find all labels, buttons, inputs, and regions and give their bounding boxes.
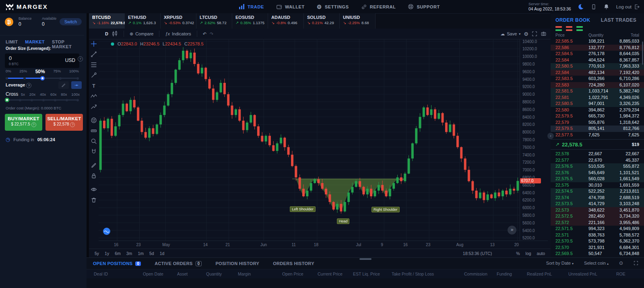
range-6m[interactable]: 6m xyxy=(115,251,121,256)
ticker-uniusd[interactable]: UNIUSD↘-2.25%8.68 xyxy=(340,13,376,29)
orderbook-bid-row[interactable]: 22,571838,7635,788,572 xyxy=(551,232,644,239)
orderbook-ask-row[interactable]: 22,583724,2806,107,020 xyxy=(551,82,644,88)
orderbook-ask-row[interactable]: 22,579.5665,7301,984,372 xyxy=(551,113,644,119)
time-axis[interactable]: 1623May1421Jun1118Jul91623Aug1320 xyxy=(99,241,548,249)
orderbook-ask-row[interactable]: 22,581.51,033,7145,382,740 xyxy=(551,88,644,95)
notifications-bell-icon[interactable] xyxy=(603,4,610,10)
percent-mark[interactable]: 0% xyxy=(6,69,11,74)
orderbook-ask-row[interactable]: 22,577.57,6257,625 xyxy=(551,132,644,138)
orderbook-bid-row[interactable]: 22,573.5414,7293,103,248 xyxy=(551,201,644,207)
horizontal-scrollbar[interactable] xyxy=(359,258,372,260)
orderbook-bid-row[interactable]: 22,57822,66722,667 xyxy=(551,151,644,157)
leverage-mark[interactable]: 100x xyxy=(71,92,80,97)
scale-pct[interactable]: % xyxy=(516,251,520,256)
trendline-tool-icon[interactable] xyxy=(89,49,98,59)
buy-market-button[interactable]: BUY/MARKET $ 22,577.5 ? xyxy=(5,114,42,131)
orderbook-bid-row[interactable]: 22,573348,6223,451,870 xyxy=(551,207,644,214)
leverage-mark[interactable]: 5x xyxy=(21,92,25,97)
undo-button[interactable]: ↶ xyxy=(201,31,208,37)
view-bids-icon[interactable] xyxy=(576,26,583,31)
ticker-btcusd[interactable]: BTCUSD↘-1.16%22,578.5 xyxy=(89,13,125,29)
orderbook-ask-row[interactable]: 22,584.5276,1788,644,035 xyxy=(551,51,644,57)
trash-tool-icon[interactable] xyxy=(89,195,98,205)
orderbook-ask-row[interactable]: 22,5811,022,7914,349,026 xyxy=(551,95,644,101)
measure-tool-icon[interactable] xyxy=(89,126,98,136)
leverage-mark[interactable]: 40x xyxy=(40,92,46,97)
tab-orders-history[interactable]: ORDERS HISTORY xyxy=(273,261,314,266)
view-both-icon[interactable] xyxy=(555,26,562,31)
theme-moon-icon[interactable] xyxy=(578,4,584,10)
ticker-ltcusd[interactable]: LTCUSD↗2.62%58.72 xyxy=(196,13,232,29)
price-axis[interactable]: 5200.05400.05600.05800.06000.06200.06400… xyxy=(520,39,548,241)
range-1y[interactable]: 1y xyxy=(105,251,109,256)
percent-mark[interactable]: 75% xyxy=(53,69,61,74)
orderbook-bid-row[interactable]: 22,575.5560,0281,661,549 xyxy=(551,176,644,182)
panel-expand-icon[interactable] xyxy=(634,261,638,265)
compare-button[interactable]: ⊕Compare xyxy=(128,31,155,37)
chart-logo-icon[interactable] xyxy=(103,227,111,235)
orderbook-bid-row[interactable]: 22,57722,67045,337 xyxy=(551,157,644,164)
orderbook-bid-row[interactable]: 22,570321,9316,684,301 xyxy=(551,245,644,251)
leverage-slider-handle[interactable] xyxy=(5,98,9,102)
nav-item-support[interactable]: SUPPORT xyxy=(408,4,440,10)
tab-open-positions[interactable]: OPEN POSITIONS0 xyxy=(93,261,141,266)
order-size-help-icon[interactable]: ? xyxy=(78,56,83,62)
switch-button[interactable]: Switch xyxy=(60,18,82,25)
order-type-tab-stop-market[interactable]: STOP MARKET xyxy=(52,35,77,52)
orderbook-bid-row[interactable]: 22,57530,0101,691,559 xyxy=(551,182,644,189)
orderbook-ask-row[interactable]: 22,580.5770,9137,963,333 xyxy=(551,63,644,70)
range-1d[interactable]: 1d xyxy=(160,251,165,256)
orderbook-bid-row[interactable]: 22,574.5522,2522,213,811 xyxy=(551,188,644,195)
orderbook-bid-row[interactable]: 22,572221,1663,955,486 xyxy=(551,220,644,226)
visibility-icon[interactable]: ⊙ xyxy=(619,260,623,266)
scale-log[interactable]: log xyxy=(526,251,531,256)
zoom-tool-icon[interactable] xyxy=(89,136,98,146)
orderbook-ask-row[interactable]: 22,584482,1347,192,420 xyxy=(551,70,644,76)
percent-mark[interactable]: 100% xyxy=(69,69,79,74)
leverage-mark[interactable]: 20x xyxy=(29,92,35,97)
orderbook-ask-row[interactable]: 22,580.5947,0013,326,235 xyxy=(551,101,644,107)
ticker-eosusd[interactable]: EOSUSD↗0.35%1.1375 xyxy=(232,13,268,29)
order-size-currency[interactable]: USD xyxy=(65,58,75,63)
orderbook-bid-row[interactable]: 22,570.5573,7986,362,370 xyxy=(551,238,644,245)
select-coin-dropdown[interactable]: Select coin ▴ xyxy=(584,261,609,265)
orderbook-collapse-button[interactable]: › xyxy=(547,133,554,139)
tab-active-orders[interactable]: ACTIVE ORDERS0 xyxy=(155,261,202,266)
orderbook-ask-row[interactable]: 22,586132,7778,776,812 xyxy=(551,45,644,51)
range-5y[interactable]: 5y xyxy=(95,251,99,256)
range-3m[interactable]: 3m xyxy=(126,251,132,256)
margex-logo[interactable]: MARGEX xyxy=(6,3,48,10)
magnet-tool-icon[interactable] xyxy=(89,147,98,156)
ticker-ethusd[interactable]: ETHUSD↗0.1%1,626.3 xyxy=(125,13,161,29)
orderbook-bid-row[interactable]: 22,576.5510,535555,872 xyxy=(551,163,644,170)
orderbook-bid-row[interactable]: 22,572.5282,4503,734,320 xyxy=(551,213,644,220)
sort-by-date-dropdown[interactable]: Sort by Date ▾ xyxy=(546,261,574,265)
nav-item-settings[interactable]: ⚙SETTINGS xyxy=(317,4,349,10)
ticker-solusd[interactable]: SOLUSD↘0.21%42.29 xyxy=(304,13,340,29)
sell-market-button[interactable]: SELL/MARKET $ 22,578 ? xyxy=(45,114,83,131)
margin-mode-label[interactable]: Cross xyxy=(6,91,18,97)
orderbook-ask-row[interactable]: 22,579.5805,141812,766 xyxy=(551,125,644,132)
interval-button[interactable]: D xyxy=(103,31,110,36)
scale-auto[interactable]: auto xyxy=(537,251,545,256)
ticker-adausd[interactable]: ADAUSD↘-0.8%0.496 xyxy=(268,13,304,29)
lock-tool-icon[interactable] xyxy=(89,171,98,181)
eye-tool-icon[interactable] xyxy=(89,185,98,194)
percent-slider[interactable] xyxy=(6,78,79,79)
nav-item-referral[interactable]: REFERRAL xyxy=(361,4,396,10)
percent-mark[interactable]: 25% xyxy=(19,69,27,74)
save-layout-button[interactable]: ☁Save▾ xyxy=(499,31,522,37)
percent-mark[interactable]: 50% xyxy=(35,69,45,74)
orderbook-bid-row[interactable]: 22,574474,7082,688,519 xyxy=(551,195,644,201)
pattern-tool-icon[interactable] xyxy=(89,91,98,101)
orderbook-bid-row[interactable]: 22,576545,6491,101,521 xyxy=(551,170,644,176)
orderbook-ask-row[interactable]: 22,579505,8761,318,642 xyxy=(551,119,644,126)
orderbook-bid-row[interactable]: 22,569.550,5476,734,848 xyxy=(551,251,644,257)
chart-style-icon[interactable] xyxy=(110,31,120,37)
tab-position-history[interactable]: POSITION HISTORY xyxy=(215,261,259,266)
fibonacci-tool-icon[interactable] xyxy=(89,60,98,70)
brush-tool-icon[interactable] xyxy=(89,70,98,80)
indicators-button[interactable]: ƒxIndicators xyxy=(163,31,192,36)
fullscreen-icon[interactable] xyxy=(530,31,539,37)
orderbook-ask-row[interactable]: 22,585.5108,2218,885,033 xyxy=(551,38,644,45)
